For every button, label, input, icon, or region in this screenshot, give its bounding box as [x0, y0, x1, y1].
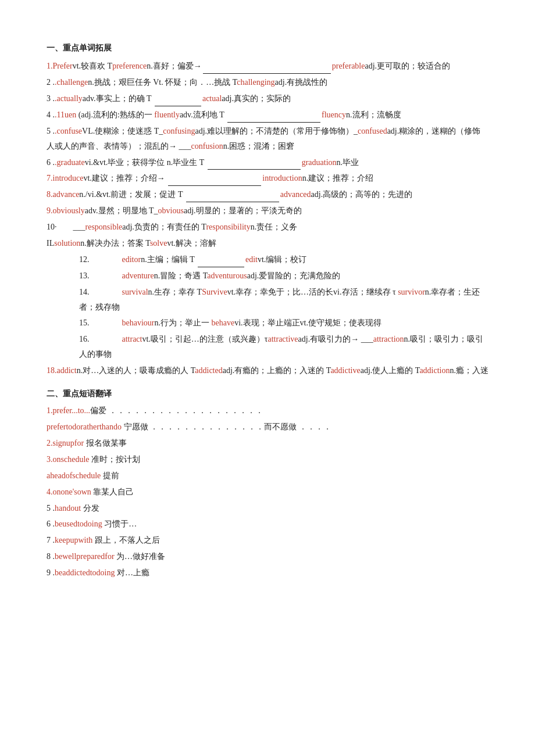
entry12-num: 12. [79, 255, 122, 264]
entry13-text2: adj.爱冒险的；充满危险的 [247, 271, 341, 280]
entry11-word2: solve [150, 239, 167, 248]
entry6-num: 6 . [47, 158, 55, 167]
phrase4-text: 4.onone'sown [47, 488, 91, 496]
entry-4: 4 ..11uen (adj.流利的:熟练的一 fluentlyadv.流利地 … [47, 108, 488, 123]
phrase3b-text: aheadofschedule [47, 471, 101, 480]
phrase-1b: prefertodoratherthando 宁愿做 ．．．．．．．．．．．．．… [47, 420, 488, 435]
entry5-num: 5 . [47, 127, 55, 135]
entry-1: 1.Prefervt.较喜欢 Tpreferencen.喜好；偏爱→prefer… [47, 59, 488, 74]
phrase1b-meaning: 宁愿做 ．．．．．．．．．．．．．．而不愿做 ．．．． [122, 422, 331, 431]
entry2-word1: .challenge [55, 78, 88, 87]
phrase5-num: 5 . [47, 504, 55, 513]
entry3-word2: actual [202, 94, 222, 103]
entry15-num: 15. [79, 318, 122, 327]
entry12-blank [198, 259, 244, 267]
entry-13: 13. adventuren.冒险；奇遇 Tadventurousadj.爱冒险… [47, 268, 488, 284]
entry13-word2: adventurous [207, 271, 247, 280]
entry2-word2: challenging [237, 78, 274, 87]
entry9-word2: obvious [158, 206, 184, 215]
entry16-word3: attraction [373, 335, 404, 343]
phrase7-meaning: 跟上，不落人之后 [92, 536, 160, 544]
phrase1a-text: 1.prefer...to... [47, 406, 90, 415]
entry4-word1: .11uen [55, 110, 76, 119]
entry13-word1: adventure [122, 271, 154, 280]
entry-5: 5 ..confuseVL.使糊涂；使迷惑 T_confusingadj.难以理… [47, 124, 488, 154]
entry3-text1: adv.事实上；的确 T [83, 94, 154, 103]
entry5-word2: confusing [163, 127, 195, 135]
entry9-text1: adv.显然；明显地 T_ [85, 206, 158, 215]
entry2-num: 2 . [47, 78, 55, 87]
entry4-num: 4 . [47, 110, 55, 119]
entry-10: 10· ___responsibleadj.负责的；有责任的 Tresponsi… [47, 220, 488, 235]
phrase-8: 8 .bewellpreparedfor 为…做好准备 [47, 549, 488, 564]
phrase-1a: 1.prefer...to...偏爱 ．．．．．．．．．．．．．．．．．．． [47, 403, 488, 418]
entry2-text1: n.挑战；艰巨任务 Vt. 怀疑；向．…挑战 T [88, 78, 237, 87]
entry10-word1: responsible [85, 223, 123, 231]
entry1-text2: n.喜好；偏爱→ [147, 62, 202, 70]
phrase9-text: beaddictedtodoing [55, 568, 115, 577]
entry18-text3: adj.使人上瘾的 T [361, 366, 420, 375]
entry4-text3: n.流利；流畅度 [346, 110, 401, 119]
section2-title: 二、重点短语翻译 [47, 386, 488, 401]
phrase-4: 4.onone'sown 靠某人自己 [47, 485, 488, 500]
phrase3b-meaning: 提前 [101, 471, 119, 480]
entry14-word3: survivor [398, 288, 425, 296]
entry5-word1: .confuse [55, 127, 82, 135]
entry-9: 9.obviouslyadv.显然；明显地 T_obviousadj.明显的；显… [47, 203, 488, 218]
phrase8-meaning: 为…做好准备 [115, 552, 166, 561]
entry10-text2: n.责任；义务 [251, 223, 298, 231]
entry-16: 16. attractvt.吸引；引起…的注意（或兴趣）τattractivea… [47, 332, 488, 362]
entry6-text1: vi.&vt.毕业；获得学位 n.毕业生 T [85, 158, 206, 167]
entry18-text2: adj.有瘾的；上瘾的；入迷的 T [223, 366, 331, 375]
entry6-word1: .graduate [55, 158, 85, 167]
entry7-num: 7. [47, 174, 53, 182]
phrase3a-meaning: 准时；按计划 [89, 455, 140, 464]
entry-8: 8.advancen./vi.&vt.前进；发展；促进 T advancedad… [47, 187, 488, 202]
entry11-word1: solution [54, 239, 80, 248]
phrase6-text: beusedtodoing [55, 519, 102, 528]
phrase8-text: bewellpreparedfor [55, 552, 115, 561]
entry14-word2: Survive [202, 288, 227, 296]
entry7-blank [168, 178, 261, 186]
entry9-text2: adj.明显的；显著的；平淡无奇的 [184, 206, 302, 215]
entry16-word2: attractive [268, 335, 298, 343]
entry-14: 14. survivaln.生存；幸存 TSurvivevt.幸存；幸免于；比…… [47, 285, 488, 315]
phrase2-meaning: 报名做某事 [84, 439, 127, 447]
entry16-text2: adj.有吸引力的→ ___ [298, 335, 373, 343]
entry-18: 18.addictn.对…入迷的人；吸毒成瘾的人 Taddictedadj.有瘾… [47, 363, 488, 378]
entry12-word2: edit [245, 255, 258, 264]
entry5-text2: adj.难以理解的；不清楚的（常用于修饰物）_ [195, 127, 358, 135]
phrase6-num: 6 . [47, 519, 55, 528]
entry12-word1: editor [122, 255, 141, 264]
entry-6: 6 ..graduatevi.&vt.毕业；获得学位 n.毕业生 T gradu… [47, 155, 488, 170]
entry18-word1: addict [57, 366, 77, 375]
phrase-3a: 3.onschedule 准时；按计划 [47, 452, 488, 467]
phrase8-num: 8 . [47, 552, 55, 561]
entry4-word2: fluently [154, 110, 180, 119]
entry8-word2: advanced [280, 190, 311, 199]
phrase6-meaning: 习惯于… [102, 519, 137, 528]
phrase3a-text: 3.onschedule [47, 455, 89, 464]
entry1-text1: vt.较喜欢 T [73, 62, 112, 70]
phrase2-text: 2.signupfor [47, 439, 84, 447]
entry5-text4: n.困惑；混淆；困窘 [223, 142, 295, 151]
entry-12: 12. editorn.主编；编辑 T editvt.编辑；校订 [47, 252, 488, 267]
phrase1a-meaning: 偏爱 ．．．．．．．．．．．．．．．．．．． [90, 406, 263, 415]
entry14-num: 14. [79, 288, 122, 296]
entry14-text2: vt.幸存；幸免于；比…活的长vi.存活；继续存 τ [227, 288, 398, 296]
phrase1b-text: prefertodoratherthando [47, 422, 122, 431]
entry6-text2: n.毕业 [337, 158, 359, 167]
entry-15: 15. behaviourn.行为；举止一 behavevi.表现；举止端正vt… [47, 316, 488, 331]
entry16-num: 16. [79, 335, 122, 343]
phrase4-meaning: 靠某人自己 [91, 488, 134, 496]
entry8-text2: adj.高级的；高等的；先进的 [311, 190, 413, 199]
phrase7-text: keepupwith [55, 536, 92, 544]
entry13-text1: n.冒险；奇遇 T [154, 271, 208, 280]
entry11-text3: vt.解决；溶解 [167, 239, 216, 248]
entry18-word4: addiction [419, 366, 450, 375]
page-container: 一、重点单词拓展 1.Prefervt.较喜欢 Tpreferencen.喜好；… [47, 41, 488, 581]
entry15-word1: behaviour [122, 318, 155, 327]
entry16-word1: attract [122, 335, 142, 343]
entry12-text1: n.主编；编辑 T [141, 255, 197, 264]
entry9-word1: obviously [53, 206, 85, 215]
